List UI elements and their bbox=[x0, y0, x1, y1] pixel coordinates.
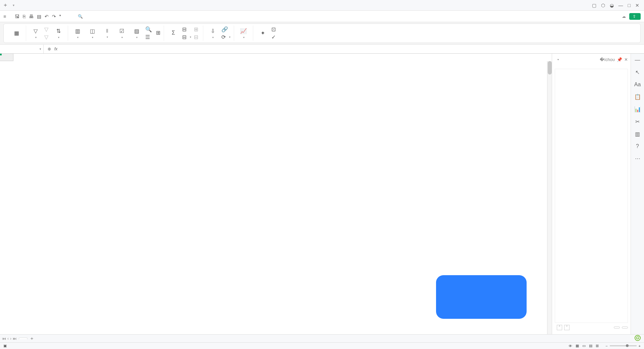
normal-view-icon[interactable]: ▭ bbox=[582, 344, 586, 348]
title-bar: ＋ ▾ ▢ ⬡ ◒ — □ ✕ bbox=[0, 0, 644, 11]
text-to-columns-button[interactable]: ⦀▾ bbox=[101, 28, 113, 39]
print-icon[interactable]: 🖶 bbox=[29, 14, 34, 19]
search-icon[interactable]: 🔍 bbox=[78, 14, 83, 19]
fill-button[interactable]: ▨▾ bbox=[130, 28, 143, 39]
subtotal-button[interactable]: Σ bbox=[167, 30, 179, 37]
data-validation-button[interactable]: ✓ bbox=[271, 34, 277, 40]
show-all-button[interactable]: ▽ bbox=[44, 26, 50, 33]
reapply-button[interactable]: ▽ bbox=[44, 34, 50, 40]
page-view-icon[interactable]: ▤ bbox=[589, 344, 592, 348]
data-compare-button[interactable]: ◫▾ bbox=[86, 28, 98, 39]
name-box[interactable]: ▾ bbox=[0, 45, 44, 53]
zoom-in-icon[interactable]: + bbox=[639, 344, 641, 348]
eye-icon[interactable]: 👁 bbox=[569, 344, 572, 348]
duplicates-button[interactable]: ▥▾ bbox=[71, 28, 84, 39]
menu-bar: ≡ 🖫 ⎘ 🖶 ▤ ↶ ↷ ▾ 🔍 ☁ ⇪ bbox=[0, 11, 644, 22]
get-data-button[interactable]: ⇩▾ bbox=[207, 28, 219, 39]
selection-pane-body bbox=[555, 69, 628, 323]
group-button[interactable]: ⊟ bbox=[182, 26, 191, 33]
more-icon[interactable]: ⋯ bbox=[635, 155, 640, 162]
move-down-icon[interactable]: ˅ bbox=[564, 325, 570, 330]
close-window-button[interactable]: ✕ bbox=[635, 3, 639, 8]
close-pane-icon[interactable]: ✕ bbox=[624, 57, 628, 62]
collapse-button[interactable]: ⊟ bbox=[194, 34, 200, 40]
edit-links-button[interactable]: 🔗 bbox=[221, 26, 230, 33]
zoom-slider[interactable] bbox=[610, 345, 637, 346]
save-icon[interactable]: 🖫 bbox=[15, 14, 19, 19]
consolidate-button[interactable]: ⊞ bbox=[156, 30, 160, 37]
grid-icon[interactable]: ▦ bbox=[576, 344, 579, 348]
qa-dropdown-icon[interactable]: ▾ bbox=[59, 14, 61, 19]
formula-input[interactable] bbox=[61, 47, 644, 52]
tools-icon[interactable]: ✂ bbox=[635, 118, 640, 125]
prev-sheet-icon[interactable]: ‹ bbox=[7, 336, 9, 341]
dropdown-list-button[interactable]: ☰ bbox=[145, 34, 153, 40]
add-sheet-button[interactable]: ＋ bbox=[30, 336, 34, 342]
sheet-tabs-bar: ⏮ ‹ › ⏭ ＋ bbox=[0, 334, 644, 342]
pin-icon[interactable]: 📌 bbox=[617, 57, 622, 62]
window-controls: ▢ ⬡ ◒ — □ ✕ bbox=[592, 3, 643, 8]
collapse-rail-icon[interactable]: — bbox=[635, 57, 640, 63]
chart-icon[interactable]: 📊 bbox=[634, 106, 641, 112]
what-if-button[interactable]: ⊡ bbox=[271, 26, 277, 33]
share-button[interactable]: ⇪ bbox=[629, 13, 641, 20]
first-sheet-icon[interactable]: ⏮ bbox=[2, 336, 6, 341]
link-icon[interactable]: ⎘ bbox=[23, 14, 25, 19]
pivot-table-button[interactable]: ▦ bbox=[10, 30, 22, 37]
selection-pane: ▾ �íchου 📌 ✕ ˄ ˅ bbox=[552, 54, 631, 334]
new-tab-button[interactable]: ＋ bbox=[1, 2, 9, 9]
show-all-objects-button[interactable] bbox=[614, 327, 620, 329]
record-macro-icon[interactable]: ▣ bbox=[3, 344, 7, 348]
stocks-button[interactable]: 📈▾ bbox=[237, 28, 250, 39]
ungroup-button[interactable]: ⊟▾ bbox=[182, 34, 191, 40]
zoom-out-icon[interactable]: − bbox=[605, 344, 607, 348]
avatar-icon[interactable]: ◒ bbox=[610, 3, 614, 8]
clipboard-icon[interactable]: 📋 bbox=[634, 94, 641, 100]
minimize-button[interactable]: — bbox=[619, 3, 623, 8]
validation-button[interactable]: ☑▾ bbox=[116, 28, 128, 39]
expand-formula-icon[interactable]: ⊕ bbox=[48, 47, 51, 51]
cube-icon[interactable]: ⬡ bbox=[601, 3, 605, 8]
style-icon[interactable]: Aa bbox=[634, 82, 641, 88]
maximize-button[interactable]: □ bbox=[628, 3, 631, 8]
panel-icon[interactable]: ▢ bbox=[592, 3, 596, 8]
name-box-input[interactable] bbox=[7, 47, 37, 51]
redo-icon[interactable]: ↷ bbox=[52, 14, 56, 19]
formula-bar: ▾ ⊕ fx bbox=[0, 44, 644, 54]
pagebreak-view-icon[interactable]: ⊞ bbox=[596, 344, 599, 348]
next-sheet-icon[interactable]: › bbox=[10, 336, 11, 341]
tab-menu-dropdown[interactable]: ▾ bbox=[9, 3, 17, 7]
expand-button[interactable]: ⊞ bbox=[194, 26, 200, 33]
quick-access: 🖫 ⎘ 🖶 ▤ ↶ ↷ ▾ bbox=[15, 14, 61, 19]
smart-analysis-button[interactable]: ✦ bbox=[257, 30, 269, 37]
vertical-scroll-thumb[interactable] bbox=[548, 61, 552, 74]
filter-button[interactable]: ▽▾ bbox=[30, 28, 42, 39]
last-sheet-icon[interactable]: ⏭ bbox=[13, 336, 17, 341]
select-all-corner[interactable] bbox=[0, 54, 13, 61]
vertical-scrollbar[interactable] bbox=[547, 61, 552, 334]
preview-icon[interactable]: ▤ bbox=[37, 14, 41, 19]
pin-icon[interactable]: �íchου bbox=[600, 57, 615, 62]
spreadsheet[interactable] bbox=[0, 54, 552, 334]
cloud-icon[interactable]: ☁ bbox=[622, 14, 626, 19]
layout-icon[interactable]: ▥ bbox=[635, 131, 640, 137]
zoom-control[interactable]: − + bbox=[603, 344, 641, 348]
status-bar: ▣ 👁 ▦ ▭ ▤ ⊞ − + bbox=[0, 342, 644, 349]
sort-button[interactable]: ⇅▾ bbox=[52, 28, 64, 39]
corner-logo: G bbox=[635, 335, 642, 341]
name-box-dropdown-icon[interactable]: ▾ bbox=[40, 47, 41, 51]
hide-all-objects-button[interactable] bbox=[622, 327, 628, 329]
refresh-all-button[interactable]: ⟳▾ bbox=[221, 34, 230, 40]
sheet-tab-1[interactable] bbox=[19, 338, 28, 339]
watermark-tag bbox=[436, 275, 527, 319]
lookup-button[interactable]: 🔍 bbox=[145, 26, 153, 33]
move-up-icon[interactable]: ˄ bbox=[557, 325, 562, 330]
right-icon-rail: — ↖ Aa 📋 📊 ✂ ▥ ? ⋯ bbox=[631, 54, 644, 334]
select-tool-icon[interactable]: ↖ bbox=[635, 69, 640, 76]
selection-pane-subtitle bbox=[555, 63, 628, 67]
undo-icon[interactable]: ↶ bbox=[45, 14, 49, 19]
fx-icon[interactable]: fx bbox=[54, 47, 57, 51]
hamburger-icon[interactable]: ≡ bbox=[3, 14, 6, 19]
selection-pane-dropdown-icon[interactable]: ▾ bbox=[557, 58, 559, 61]
help-icon[interactable]: ? bbox=[636, 143, 639, 149]
